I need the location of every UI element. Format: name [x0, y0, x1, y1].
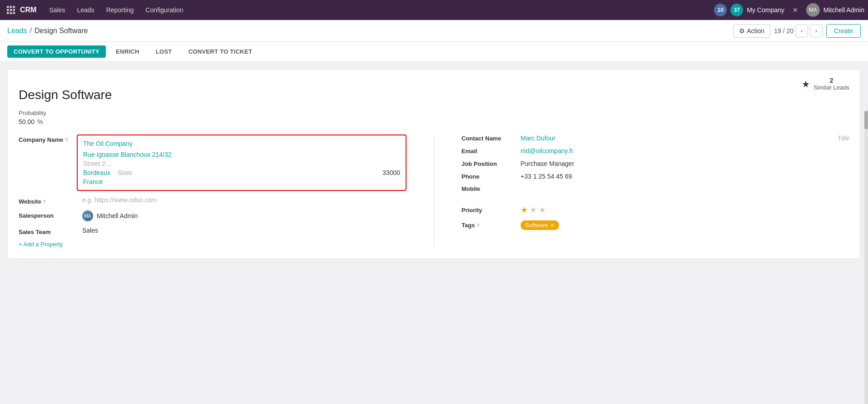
record-position: 19 / 20: [774, 27, 794, 35]
record-title: Design Software: [19, 88, 849, 102]
avatar[interactable]: MA: [806, 3, 820, 17]
menu-leads[interactable]: Leads: [71, 4, 99, 16]
page-scrollbar[interactable]: [864, 111, 868, 404]
svg-rect-3: [7, 9, 9, 11]
phone-group: Phone +33 1 25 54 45 69: [461, 173, 849, 180]
form-columns: Company Name ? The Oil Company Rue Ignas…: [19, 135, 849, 248]
job-position-value[interactable]: Purchase Manager: [521, 160, 574, 167]
top-navigation: CRM Sales Leads Reporting Configuration …: [0, 0, 868, 20]
username[interactable]: Mitchell Admin: [823, 6, 864, 14]
city-state-row: Bordeaux State 33000: [83, 169, 400, 176]
svg-rect-4: [10, 9, 12, 11]
app-name[interactable]: CRM: [20, 6, 36, 14]
similar-leads-label: Similar Leads: [813, 84, 849, 91]
menu-reporting[interactable]: Reporting: [101, 4, 139, 16]
enrich-button[interactable]: ENRICH: [109, 45, 146, 58]
company-selector[interactable]: My Company: [747, 6, 784, 14]
vertical-separator: [434, 135, 434, 248]
contact-name-value[interactable]: Marc Dufour: [521, 135, 819, 142]
salesperson-value-row: MA Mitchell Admin: [82, 210, 138, 221]
svg-rect-8: [13, 12, 15, 15]
probability-section: Probability 50.00 %: [19, 110, 849, 125]
priority-label: Priority: [461, 207, 521, 214]
sales-team-label: Sales Team: [19, 227, 82, 235]
convert-ticket-button[interactable]: CONVERT TO TICKET: [182, 45, 259, 58]
contact-name-group: Contact Name Marc Dufour Title: [461, 135, 849, 142]
sales-team-value[interactable]: Sales: [82, 227, 98, 234]
job-position-group: Job Position Purchase Manager: [461, 160, 849, 167]
record-navigation: 19 / 20 ‹ ›: [774, 25, 823, 37]
topnav-right: 10 37 My Company ✕ MA Mitchell Admin: [714, 3, 864, 17]
svg-rect-0: [7, 6, 9, 8]
grid-menu-icon[interactable]: [4, 3, 18, 17]
breadcrumb: Leads / Design Software: [7, 27, 733, 35]
action-button[interactable]: ⚙ Action: [733, 24, 770, 38]
menu-configuration[interactable]: Configuration: [140, 4, 188, 16]
breadcrumb-bar: Leads / Design Software ⚙ Action 19 / 20…: [0, 20, 868, 42]
probability-label: Probability: [19, 110, 849, 116]
next-record-button[interactable]: ›: [810, 25, 823, 37]
website-help-icon[interactable]: ?: [43, 199, 46, 204]
email-group: Email md@oilcompany.fr: [461, 147, 849, 155]
website-group: Website ? e.g. https://www.odoo.com: [19, 196, 407, 205]
create-button[interactable]: Create: [826, 24, 861, 38]
svg-rect-7: [10, 12, 12, 15]
similar-leads[interactable]: ★ 2 Similar Leads: [802, 77, 849, 91]
svg-rect-2: [13, 6, 15, 8]
lost-button[interactable]: LOST: [149, 45, 179, 58]
software-tag: Software ✕: [521, 220, 559, 230]
similar-leads-star-icon: ★: [802, 79, 810, 90]
probability-value: 50.00 %: [19, 118, 849, 125]
company-name-value[interactable]: The Oil Company: [83, 140, 133, 147]
svg-rect-6: [7, 12, 9, 15]
breadcrumb-separator: /: [30, 27, 32, 35]
mobile-group: Mobile: [461, 185, 849, 192]
title-placeholder[interactable]: Title: [838, 135, 849, 142]
salesperson-avatar: MA: [82, 210, 93, 221]
tag-label: Software: [525, 222, 548, 229]
priority-star-1[interactable]: ★: [521, 205, 528, 215]
menu-sales[interactable]: Sales: [44, 4, 70, 16]
add-property-button[interactable]: + Add a Property: [19, 241, 407, 248]
right-form-column: Contact Name Marc Dufour Title Email md@…: [461, 135, 849, 248]
zip-value[interactable]: 33000: [382, 169, 400, 176]
chat-badge[interactable]: 10: [714, 4, 727, 16]
action-label: Action: [747, 27, 764, 35]
priority-star-3[interactable]: ★: [539, 205, 546, 215]
phone-label: Phone: [461, 173, 521, 180]
tags-help-icon[interactable]: ?: [476, 223, 480, 228]
settings-icon[interactable]: ✕: [788, 3, 803, 17]
job-position-label: Job Position: [461, 160, 521, 167]
breadcrumb-parent[interactable]: Leads: [7, 27, 27, 35]
city-value[interactable]: Bordeaux: [83, 169, 110, 176]
mobile-label: Mobile: [461, 185, 521, 192]
scrollbar-thumb[interactable]: [864, 111, 868, 129]
tags-label: Tags ?: [461, 222, 521, 229]
action-toolbar: CONVERT TO OPPORTUNITY ENRICH LOST CONVE…: [0, 42, 868, 62]
street2-placeholder[interactable]: Street 2...: [83, 160, 111, 167]
prev-record-button[interactable]: ‹: [795, 25, 808, 37]
top-menu: Sales Leads Reporting Configuration: [44, 4, 712, 16]
company-name-help-icon[interactable]: ?: [65, 137, 68, 143]
tag-remove-button[interactable]: ✕: [550, 222, 555, 229]
probability-number[interactable]: 50.00: [19, 118, 35, 125]
tags-group: Tags ? Software ✕: [461, 220, 849, 230]
activity-badge[interactable]: 37: [730, 4, 743, 16]
contact-name-label: Contact Name: [461, 135, 521, 142]
convert-opportunity-button[interactable]: CONVERT TO OPPORTUNITY: [7, 45, 106, 58]
priority-star-2[interactable]: ★: [530, 205, 537, 215]
email-value[interactable]: md@oilcompany.fr: [521, 147, 849, 155]
company-name-label: Company Name ?: [19, 135, 82, 143]
company-name-group: Company Name ? The Oil Company Rue Ignas…: [19, 135, 407, 191]
website-label: Website ?: [19, 196, 82, 205]
phone-value[interactable]: +33 1 25 54 45 69: [521, 173, 572, 180]
svg-rect-5: [13, 9, 15, 11]
left-form-column: Company Name ? The Oil Company Rue Ignas…: [19, 135, 407, 248]
website-placeholder[interactable]: e.g. https://www.odoo.com: [82, 196, 157, 204]
salesperson-group: Salesperson MA Mitchell Admin: [19, 210, 407, 221]
address-box: The Oil Company Rue Ignasse Blanchoux 21…: [77, 135, 407, 191]
salesperson-label: Salesperson: [19, 210, 82, 219]
salesperson-name[interactable]: Mitchell Admin: [97, 212, 138, 219]
street1-value[interactable]: Rue Ignasse Blanchoux 214/32: [83, 151, 172, 158]
country-value[interactable]: France: [83, 178, 103, 185]
